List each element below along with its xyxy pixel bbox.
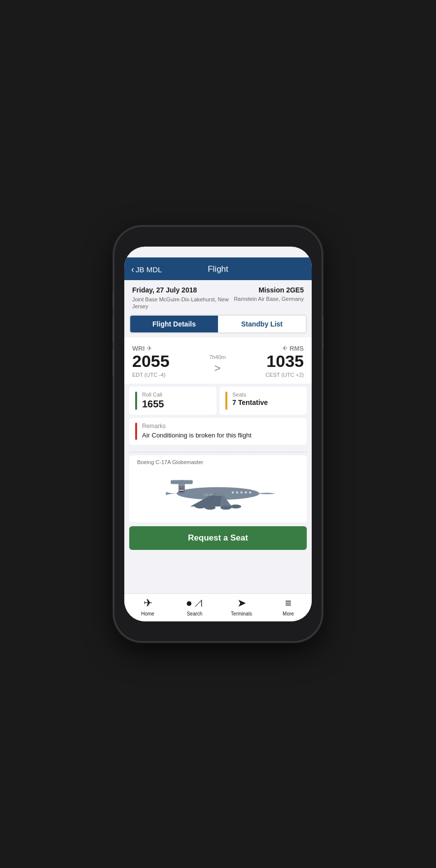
svg-rect-11 [249, 492, 251, 494]
departure-time: 2055 [132, 352, 170, 370]
svg-rect-9 [241, 492, 243, 494]
svg-point-6 [230, 505, 241, 508]
tab-standby-list[interactable]: Standby List [218, 316, 306, 332]
c17-svg: U.S. AIR FORCE 60008 [159, 468, 277, 517]
route-middle: 7h40m > [209, 347, 226, 375]
nav-search[interactable]: ●⩘ Search [171, 597, 218, 616]
volume-up-button [112, 316, 114, 343]
seats-label: Seats [232, 392, 268, 398]
back-chevron-icon: ‹ [131, 264, 134, 275]
departure-timezone: EDT (UTC -4) [132, 372, 170, 378]
remarks-text: Air Conditioning is broken for this flig… [142, 431, 301, 440]
svg-rect-7 [232, 492, 234, 494]
svg-point-4 [205, 506, 216, 509]
tab-flight-details[interactable]: Flight Details [130, 316, 218, 332]
svg-rect-8 [236, 492, 238, 494]
svg-rect-14 [180, 490, 183, 491]
flight-duration: 7h40m [209, 354, 226, 360]
departure-code-row: WRI ✈ [132, 344, 170, 352]
remarks-content: Remarks Air Conditioning is broken for t… [142, 423, 301, 440]
header-title: Flight [208, 264, 228, 274]
roll-call-value: 1655 [142, 398, 164, 410]
arrival-code-row: ✈ RMS [282, 344, 304, 352]
search-icon: ●⩘ [186, 597, 203, 610]
power-button [322, 316, 324, 350]
phone-notch [186, 227, 250, 238]
tail-number: 60008 [180, 484, 185, 486]
terminals-icon: ➤ [237, 597, 246, 610]
seats-content: Seats 7 Tentative [232, 392, 268, 410]
home-label: Home [141, 611, 154, 616]
aircraft-section: Boeing C-17A Globemaster [129, 455, 307, 522]
remarks-label: Remarks [142, 423, 301, 430]
svg-rect-2 [171, 480, 193, 484]
arrival-code: RMS [290, 345, 304, 352]
departure-plane-icon: ✈ [146, 344, 152, 352]
section-divider [129, 452, 307, 452]
roll-call-stripe [135, 392, 137, 410]
arrival-plane-icon: ✈ [282, 344, 288, 352]
svg-rect-10 [245, 492, 247, 494]
nav-home[interactable]: ✈ Home [124, 597, 171, 616]
app-header: ‹ JB MDL Flight [124, 257, 312, 280]
arrival-section: ✈ RMS 1035 CEST (UTC +2) [265, 344, 304, 377]
main-content: WRI ✈ 2055 EDT (UTC -4) 7h40m > [124, 337, 312, 593]
seats-value: 7 Tentative [232, 398, 268, 406]
departure-location: Joint Base McGuire-Dix-Lakehurst, New Je… [132, 296, 234, 310]
home-icon: ✈ [144, 597, 152, 610]
back-button[interactable]: ‹ JB MDL [131, 264, 162, 275]
more-icon: ≡ [285, 597, 291, 610]
remarks-stripe [135, 423, 137, 440]
bottom-nav: ✈ Home ●⩘ Search ➤ Terminals ≡ More [124, 593, 312, 621]
remarks-card: Remarks Air Conditioning is broken for t… [129, 418, 307, 445]
mission-id: Mission 2GE5 [234, 286, 304, 294]
svg-point-5 [220, 506, 231, 509]
arrival-timezone: CEST (UTC +2) [265, 372, 304, 378]
search-label: Search [187, 611, 203, 616]
tab-bar: Flight Details Standby List [129, 315, 307, 333]
svg-rect-13 [180, 489, 183, 490]
route-arrow-icon: > [215, 362, 221, 375]
request-seat-button[interactable]: Request a Seat [129, 526, 307, 550]
svg-rect-15 [180, 491, 183, 492]
roll-call-label: Roll Call [142, 392, 164, 398]
arrival-time: 1035 [266, 352, 304, 370]
mute-button [112, 291, 114, 308]
info-cards: Roll Call 1655 Seats 7 Tentative [129, 387, 307, 415]
departure-section: WRI ✈ 2055 EDT (UTC -4) [132, 344, 170, 377]
flight-route-card: WRI ✈ 2055 EDT (UTC -4) 7h40m > [124, 337, 312, 383]
svg-text:U.S. AIR FORCE: U.S. AIR FORCE [204, 494, 222, 496]
mission-info: Mission 2GE5 Ramstein Air Base, Germany [234, 286, 304, 310]
nav-terminals[interactable]: ➤ Terminals [218, 597, 265, 616]
aircraft-name: Boeing C-17A Globemaster [137, 459, 299, 465]
nav-more[interactable]: ≡ More [265, 597, 312, 616]
more-label: More [283, 611, 294, 616]
seats-stripe [225, 392, 227, 410]
terminals-label: Terminals [231, 611, 252, 616]
departure-code: WRI [132, 345, 145, 352]
roll-call-content: Roll Call 1655 [142, 392, 164, 410]
date-mission-row: Friday, 27 July 2018 Joint Base McGuire-… [124, 280, 312, 315]
departure-info: Friday, 27 July 2018 Joint Base McGuire-… [132, 286, 234, 310]
flight-date: Friday, 27 July 2018 [132, 286, 234, 294]
seats-card: Seats 7 Tentative [219, 387, 307, 415]
roll-call-card: Roll Call 1655 [129, 387, 217, 415]
phone-frame: ‹ JB MDL Flight Friday, 27 July 2018 Joi… [114, 227, 322, 641]
route-codes: WRI ✈ 2055 EDT (UTC -4) 7h40m > [132, 344, 304, 377]
app-content: ‹ JB MDL Flight Friday, 27 July 2018 Joi… [124, 257, 312, 621]
aircraft-image: U.S. AIR FORCE 60008 [137, 468, 299, 517]
arrival-location: Ramstein Air Base, Germany [234, 295, 304, 302]
volume-down-button [112, 349, 114, 376]
back-label: JB MDL [136, 265, 162, 274]
svg-point-3 [195, 505, 206, 508]
phone-screen: ‹ JB MDL Flight Friday, 27 July 2018 Joi… [124, 247, 312, 621]
